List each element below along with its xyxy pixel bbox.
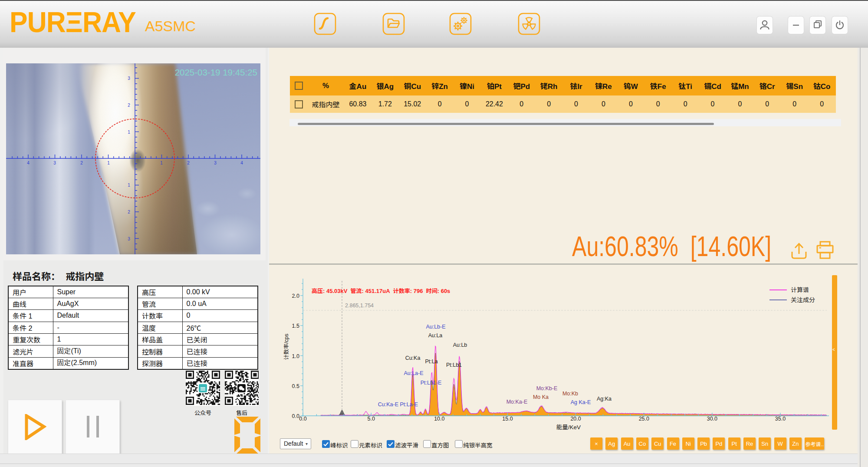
svg-text:Au:La: Au:La <box>428 332 443 339</box>
svg-text:Mo Ka: Mo Ka <box>533 394 549 400</box>
svg-text:35.0: 35.0 <box>775 416 786 422</box>
svg-text:Au:Lb: Au:Lb <box>453 342 467 348</box>
svg-text:4: 4 <box>240 161 243 165</box>
svg-text:1.5: 1.5 <box>292 323 299 329</box>
svg-text:1.0: 1.0 <box>292 353 299 359</box>
svg-text:Ag Ka-E: Ag Ka-E <box>571 399 591 405</box>
svg-text:3: 3 <box>128 237 130 241</box>
svg-text:30.0: 30.0 <box>707 416 717 422</box>
svg-text:1: 1 <box>128 183 130 187</box>
svg-text:高压: 45.03kV 管流: 451.17uA 计数率: 高压: 45.03kV 管流: 451.17uA 计数率: 796 时间: 60… <box>312 288 450 294</box>
svg-text:25.0: 25.0 <box>639 416 649 422</box>
svg-text:Mo:Kb-E: Mo:Kb-E <box>536 385 558 391</box>
svg-text:Cu:Ka: Cu:Ka <box>405 355 421 361</box>
svg-text:15.0: 15.0 <box>502 416 513 422</box>
svg-text:1: 1 <box>160 161 163 165</box>
svg-text:2: 2 <box>128 210 130 214</box>
svg-text:3: 3 <box>214 161 217 165</box>
svg-text:0.0: 0.0 <box>299 416 306 422</box>
svg-text:5.0: 5.0 <box>368 416 375 422</box>
svg-text:20.0: 20.0 <box>570 416 581 422</box>
svg-text:关注成分: 关注成分 <box>791 296 815 303</box>
svg-text:Pt:Lb1-E: Pt:Lb1-E <box>421 380 442 386</box>
svg-text:4: 4 <box>27 161 30 165</box>
svg-text:1: 1 <box>128 130 130 135</box>
svg-text:Pt:Lb1: Pt:Lb1 <box>446 362 462 368</box>
svg-text:计数率/cps: 计数率/cps <box>283 334 289 360</box>
svg-text:2: 2 <box>80 161 83 165</box>
svg-text:计算谱: 计算谱 <box>791 286 809 293</box>
svg-text:3: 3 <box>53 161 56 165</box>
svg-text:Mo:Kb: Mo:Kb <box>562 391 578 397</box>
svg-text:Mo:Ka-E: Mo:Ka-E <box>506 399 528 405</box>
svg-text:2025-03-19 19:45:25: 2025-03-19 19:45:25 <box>175 67 257 77</box>
svg-text:2.0: 2.0 <box>292 293 299 299</box>
svg-text:Ag:Ka: Ag:Ka <box>597 396 612 402</box>
svg-text:2: 2 <box>187 161 190 165</box>
svg-text:3: 3 <box>128 76 130 81</box>
svg-text:0.5: 0.5 <box>292 383 299 389</box>
svg-text:2: 2 <box>128 103 130 108</box>
svg-text:0.0: 0.0 <box>292 413 299 419</box>
svg-text:Au:Lb-E: Au:Lb-E <box>426 324 445 330</box>
svg-text:Au:La-E: Au:La-E <box>404 370 423 376</box>
svg-text:能量/KeV: 能量/KeV <box>556 424 581 431</box>
svg-text:2.865,1.754: 2.865,1.754 <box>345 303 374 309</box>
svg-text:Cu:Ka-E Pt:La-E: Cu:Ka-E Pt:La-E <box>378 401 418 408</box>
svg-text:10.0: 10.0 <box>434 416 444 422</box>
svg-text:1: 1 <box>107 161 110 165</box>
svg-text:Pt:La: Pt:La <box>425 358 437 365</box>
